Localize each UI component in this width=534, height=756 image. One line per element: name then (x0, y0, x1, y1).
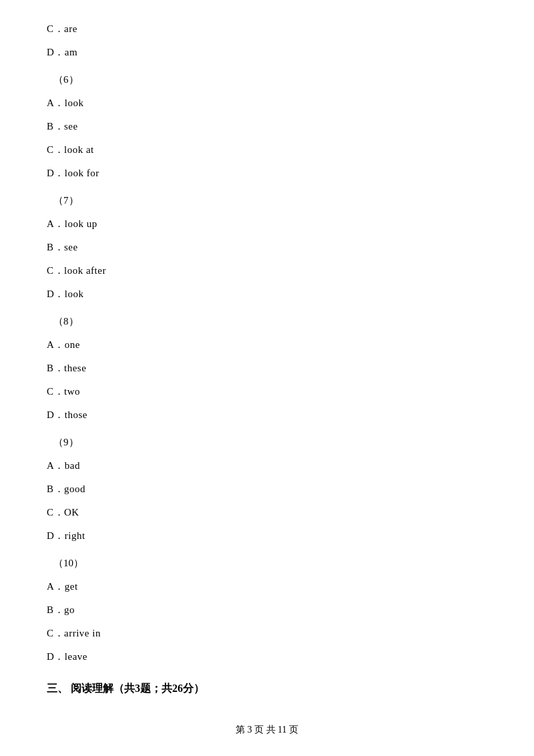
option-b-see: B．see (47, 118, 487, 136)
option-d-right: D．right (47, 527, 487, 545)
option-b-these: B．these (47, 359, 487, 377)
option-d-those: D．those (47, 406, 487, 424)
option-c-arrive-in: C．arrive in (47, 624, 487, 642)
option-c-look-after: C．look after (47, 262, 487, 280)
option-d-look-for: D．look for (47, 164, 487, 182)
option-a-bad: A．bad (47, 457, 487, 475)
question-6: （6） (53, 71, 487, 89)
option-a-get: A．get (47, 578, 487, 596)
question-9: （9） (53, 433, 487, 451)
section-title: 三、 阅读理解（共3题；共26分） (47, 678, 487, 699)
option-d-leave: D．leave (47, 648, 487, 666)
option-c-are: C．are (47, 20, 487, 38)
option-b-see-2: B．see (47, 238, 487, 256)
option-a-look-up: A．look up (47, 215, 487, 233)
option-b-go: B．go (47, 601, 487, 619)
option-d-look: D．look (47, 285, 487, 303)
option-c-look-at: C．look at (47, 141, 487, 159)
option-c-two: C．two (47, 383, 487, 401)
option-b-good: B．good (47, 480, 487, 498)
option-c-ok: C．OK (47, 504, 487, 522)
question-7: （7） (53, 192, 487, 210)
option-d-am: D．am (47, 43, 487, 61)
page-footer: 第 3 页 共 11 页 (0, 724, 534, 736)
question-10: （10） (53, 554, 487, 572)
option-a-one: A．one (47, 336, 487, 354)
question-8: （8） (53, 313, 487, 331)
option-a-look: A．look (47, 94, 487, 112)
page-content: C．are D．am （6） A．look B．see C．look at D．… (0, 0, 534, 742)
